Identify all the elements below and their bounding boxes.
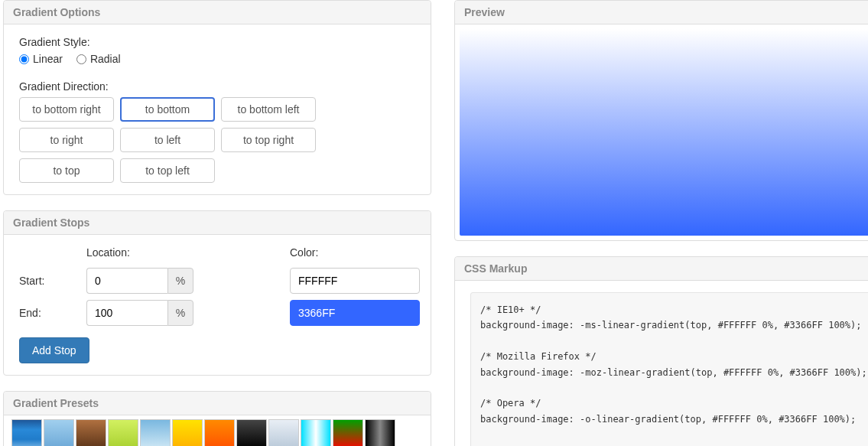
start-label: Start: <box>19 275 80 287</box>
radio-linear-input[interactable] <box>19 54 29 64</box>
end-location-input[interactable] <box>86 300 167 326</box>
direction-label: Gradient Direction: <box>19 80 415 93</box>
pct-addon: % <box>167 300 193 326</box>
preset-swatch[interactable] <box>204 419 235 446</box>
direction-button[interactable]: to top right <box>221 128 316 152</box>
preset-swatch[interactable] <box>268 419 299 446</box>
css-markup-panel: CSS Markup /* IE10+ */ background-image:… <box>454 256 868 446</box>
preset-swatch[interactable] <box>333 419 363 446</box>
color-header: Color: <box>290 246 420 262</box>
direction-button[interactable]: to bottom left <box>221 97 316 122</box>
pct-addon: % <box>167 268 193 294</box>
css-code[interactable]: /* IE10+ */ background-image: -ms-linear… <box>470 292 868 446</box>
radio-linear[interactable]: Linear <box>19 53 63 65</box>
preset-swatch[interactable] <box>172 419 203 446</box>
gradient-options-panel: Gradient Options Gradient Style: Linear … <box>3 0 431 195</box>
direction-button[interactable]: to top left <box>120 158 215 183</box>
end-label: End: <box>19 307 80 319</box>
panel-title: Gradient Options <box>4 1 431 24</box>
start-location-input[interactable] <box>86 268 167 294</box>
panel-title: Gradient Presets <box>4 392 431 415</box>
preview-box <box>460 29 868 236</box>
add-stop-button[interactable]: Add Stop <box>19 337 89 363</box>
radio-radial-input[interactable] <box>76 54 86 64</box>
direction-button[interactable]: to right <box>19 128 114 152</box>
start-color-input[interactable] <box>290 268 420 294</box>
preset-swatch[interactable] <box>301 419 331 446</box>
preset-swatch[interactable] <box>140 419 171 446</box>
preset-swatch[interactable] <box>76 419 106 446</box>
preset-swatch[interactable] <box>11 419 42 446</box>
gradient-presets-panel: Gradient Presets <box>3 391 431 446</box>
style-label: Gradient Style: <box>19 36 415 48</box>
radio-radial[interactable]: Radial <box>76 53 121 65</box>
panel-title: Gradient Stops <box>4 211 431 235</box>
panel-title: CSS Markup <box>455 257 868 281</box>
direction-button[interactable]: to top <box>19 158 114 183</box>
direction-button[interactable]: to left <box>120 128 215 152</box>
preset-swatch[interactable] <box>365 419 395 446</box>
location-header: Location: <box>86 246 193 262</box>
preview-panel: Preview <box>454 0 868 241</box>
preset-swatch[interactable] <box>108 419 138 446</box>
direction-button[interactable]: to bottom <box>120 97 215 122</box>
direction-button[interactable]: to bottom right <box>19 97 114 122</box>
gradient-stops-panel: Gradient Stops Location: Color: Start: %… <box>3 210 431 376</box>
preset-swatch[interactable] <box>44 419 74 446</box>
panel-title: Preview <box>455 1 868 24</box>
end-color-input[interactable] <box>290 300 420 326</box>
preset-swatch[interactable] <box>236 419 267 446</box>
